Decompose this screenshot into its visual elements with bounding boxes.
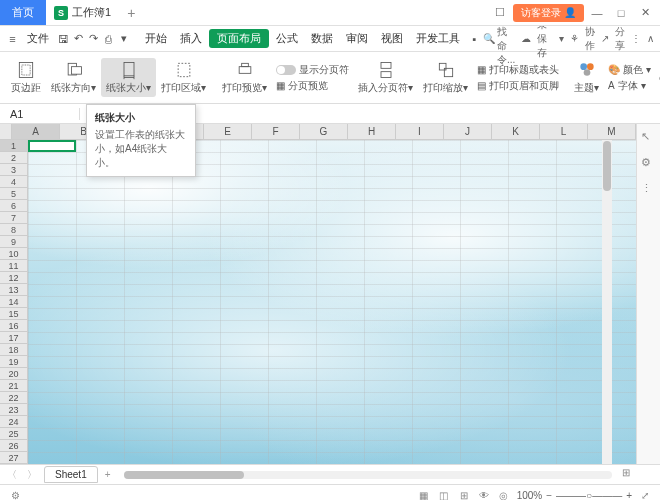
print-preview-button[interactable]: 打印预览▾ (217, 58, 272, 97)
active-cell[interactable] (28, 140, 76, 152)
row-header[interactable]: 11 (0, 260, 28, 272)
vertical-scrollbar[interactable] (602, 140, 612, 464)
menu-tab-3[interactable]: 公式 (270, 29, 304, 48)
column-header[interactable]: A (12, 124, 60, 139)
worksheet-cells[interactable] (28, 140, 636, 464)
row-header[interactable]: 19 (0, 356, 28, 368)
column-header[interactable]: J (444, 124, 492, 139)
add-tab-button[interactable]: + (119, 5, 143, 21)
undo-icon[interactable]: ↶ (72, 30, 85, 48)
horizontal-scrollbar[interactable] (124, 471, 612, 479)
orientation-button[interactable]: 纸张方向▾ (46, 58, 101, 97)
cloud-icon[interactable]: ☁ (521, 33, 531, 44)
maximize-button[interactable]: □ (610, 3, 632, 23)
show-page-break-toggle[interactable]: 显示分页符 (276, 63, 349, 77)
home-tab[interactable]: 首页 (0, 0, 46, 25)
row-header[interactable]: 22 (0, 392, 28, 404)
dropdown-icon[interactable]: ▾ (117, 30, 130, 48)
menu-tab-2[interactable]: 页面布局 (209, 29, 269, 48)
login-button[interactable]: 访客登录 👤 (513, 4, 584, 22)
row-header[interactable]: 6 (0, 200, 28, 212)
row-header[interactable]: 17 (0, 332, 28, 344)
header-footer-button[interactable]: ▤ 打印页眉和页脚 (477, 79, 559, 93)
collab-icon[interactable]: ⚘ (570, 33, 579, 44)
row-header[interactable]: 1 (0, 140, 28, 152)
tab-nav-right[interactable]: 〉 (24, 468, 40, 482)
add-sheet-button[interactable]: + (102, 469, 114, 480)
menu-icon[interactable]: ≡ (6, 30, 19, 48)
row-header[interactable]: 26 (0, 440, 28, 452)
theme-button[interactable]: 主题▾ (569, 58, 604, 97)
column-header[interactable]: K (492, 124, 540, 139)
more-tabs-icon[interactable]: ▪ (468, 30, 481, 48)
row-header[interactable]: 20 (0, 368, 28, 380)
panel-toggle-icon[interactable]: ⊞ (622, 467, 638, 483)
view-read-icon[interactable]: 👁 (477, 489, 491, 501)
print-titles-button[interactable]: ▦ 打印标题或表头 (477, 63, 559, 77)
row-header[interactable]: 14 (0, 296, 28, 308)
menu-tab-1[interactable]: 插入 (174, 29, 208, 48)
menu-tab-0[interactable]: 开始 (139, 29, 173, 48)
print-area-button[interactable]: 打印区域▾ (156, 58, 211, 97)
view-normal-icon[interactable]: ▦ (417, 489, 431, 501)
print-icon[interactable]: ⎙ (102, 30, 115, 48)
row-header[interactable]: 12 (0, 272, 28, 284)
column-header[interactable]: E (204, 124, 252, 139)
column-header[interactable]: L (540, 124, 588, 139)
view-break-icon[interactable]: ⊞ (457, 489, 471, 501)
redo-icon[interactable]: ↷ (87, 30, 100, 48)
row-header[interactable]: 15 (0, 308, 28, 320)
menu-tab-7[interactable]: 开发工具 (410, 29, 466, 48)
row-header[interactable]: 24 (0, 416, 28, 428)
row-header[interactable]: 8 (0, 224, 28, 236)
column-header[interactable]: G (300, 124, 348, 139)
view-layout-icon[interactable]: ◫ (437, 489, 451, 501)
row-header[interactable]: 4 (0, 176, 28, 188)
share-icon[interactable]: ↗ (601, 33, 609, 44)
row-header[interactable]: 21 (0, 380, 28, 392)
row-header[interactable]: 7 (0, 212, 28, 224)
font-button[interactable]: A 字体▾ (608, 79, 651, 93)
zoom-out-icon[interactable]: − (546, 490, 552, 500)
document-tab[interactable]: S 工作簿1 (46, 0, 119, 25)
margins-button[interactable]: 页边距 (6, 58, 46, 97)
status-settings-icon[interactable]: ⚙ (8, 489, 22, 501)
row-header[interactable]: 18 (0, 344, 28, 356)
tab-nav-left[interactable]: 〈 (4, 468, 20, 482)
row-header[interactable]: 27 (0, 452, 28, 464)
row-header[interactable]: 16 (0, 320, 28, 332)
fullscreen-icon[interactable]: ⤢ (638, 489, 652, 501)
collapse-ribbon-icon[interactable]: ∧ (647, 33, 654, 44)
menu-tab-5[interactable]: 审阅 (340, 29, 374, 48)
view-focus-icon[interactable]: ◎ (497, 489, 511, 501)
panel-settings-icon[interactable]: ⚙ (641, 156, 657, 172)
column-header[interactable]: H (348, 124, 396, 139)
zoom-control[interactable]: 100% − ———○——— + (517, 490, 632, 500)
row-header[interactable]: 5 (0, 188, 28, 200)
zoom-in-icon[interactable]: + (626, 490, 632, 500)
print-scale-button[interactable]: 打印缩放▾ (418, 58, 473, 97)
column-header[interactable]: M (588, 124, 636, 139)
row-header[interactable]: 10 (0, 248, 28, 260)
cell-reference-box[interactable]: A1 (0, 108, 80, 120)
menu-tab-6[interactable]: 视图 (375, 29, 409, 48)
panel-more-icon[interactable]: ⋮ (641, 182, 657, 198)
minimize-button[interactable]: — (586, 3, 608, 23)
menu-tab-4[interactable]: 数据 (305, 29, 339, 48)
window-icon[interactable]: ☐ (489, 3, 511, 23)
row-header[interactable]: 3 (0, 164, 28, 176)
paper-size-button[interactable]: 纸张大小▾ (101, 58, 156, 97)
select-all-corner[interactable] (0, 124, 12, 139)
row-header[interactable]: 25 (0, 428, 28, 440)
row-header[interactable]: 23 (0, 404, 28, 416)
column-header[interactable]: F (252, 124, 300, 139)
row-header[interactable]: 2 (0, 152, 28, 164)
close-button[interactable]: ✕ (634, 3, 656, 23)
color-button[interactable]: 🎨 颜色▾ (608, 63, 651, 77)
cursor-icon[interactable]: ↖ (641, 130, 657, 146)
sheet-tab[interactable]: Sheet1 (44, 466, 98, 483)
column-header[interactable]: I (396, 124, 444, 139)
insert-break-button[interactable]: 插入分页符▾ (353, 58, 418, 97)
save-icon[interactable]: 🖫 (57, 30, 70, 48)
file-menu[interactable]: 文件 (21, 29, 55, 48)
